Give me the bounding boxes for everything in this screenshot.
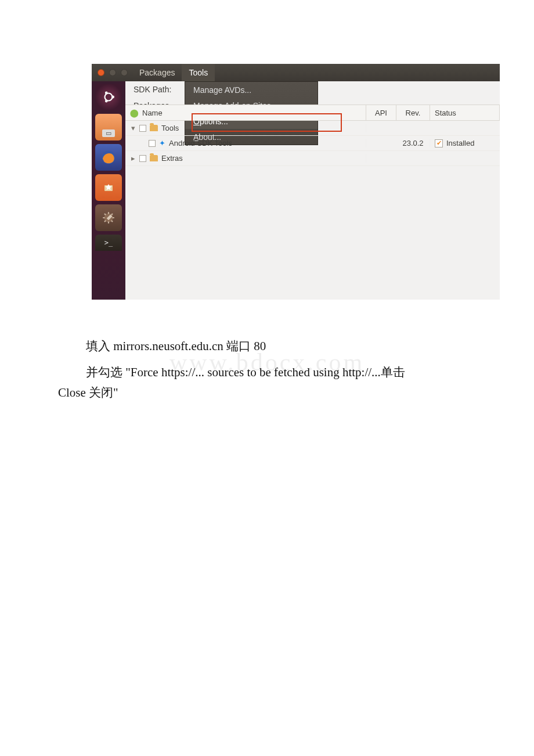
- packages-table-header: ⬤ Name API Rev. Status: [125, 105, 500, 121]
- sdk-tools-icon: ✦: [159, 139, 165, 147]
- installed-icon: ✔: [435, 139, 443, 147]
- close-icon[interactable]: [98, 69, 104, 76]
- instruction-line-2: 并勾选 "Force https://... sources to be fet…: [58, 363, 488, 382]
- table-row[interactable]: ▾ Tools: [125, 121, 500, 136]
- col-rev[interactable]: Rev.: [396, 105, 430, 120]
- sdk-manager-window: Packages Tools >_ SDK Path: Packages Man…: [92, 64, 500, 300]
- window-titlebar: Packages Tools: [92, 64, 500, 81]
- table-row[interactable]: ▸ Extras: [125, 151, 500, 166]
- checkbox[interactable]: [149, 140, 156, 147]
- menu-manage-avds[interactable]: Manage AVDs...: [185, 82, 317, 98]
- folder-icon: [150, 155, 158, 161]
- instruction-line-3: Close 关闭": [58, 383, 488, 402]
- svg-point-2: [105, 92, 108, 95]
- menu-packages[interactable]: Packages: [132, 64, 182, 81]
- minimize-icon[interactable]: [109, 69, 116, 76]
- svg-point-1: [111, 96, 114, 99]
- terminal-icon[interactable]: >_: [95, 235, 122, 251]
- packages-table: ⬤ Name API Rev. Status ▾ Tools ✦ Android…: [125, 105, 500, 166]
- checkbox[interactable]: [139, 155, 146, 162]
- maximize-icon[interactable]: [121, 69, 128, 76]
- chevron-down-icon[interactable]: ▾: [130, 124, 136, 132]
- row-sdk-tools-status: Installed: [446, 139, 474, 147]
- folder-icon: [150, 125, 158, 131]
- ubuntu-dash-icon[interactable]: [95, 84, 122, 110]
- unity-launcher: >_: [92, 81, 125, 300]
- row-extras-label: Extras: [161, 154, 183, 163]
- android-icon: ⬤: [130, 109, 139, 117]
- sdk-path-label: SDK Path:: [125, 85, 177, 94]
- row-sdk-tools-label: Android SDK Tools: [169, 139, 232, 147]
- chevron-right-icon[interactable]: ▸: [130, 154, 136, 163]
- system-settings-icon[interactable]: [95, 204, 122, 231]
- col-status[interactable]: Status: [430, 105, 500, 120]
- checkbox[interactable]: [139, 125, 146, 132]
- svg-point-0: [105, 93, 113, 101]
- files-icon[interactable]: [95, 114, 122, 141]
- ubuntu-software-icon[interactable]: [95, 174, 122, 201]
- row-tools-label: Tools: [161, 124, 179, 132]
- row-sdk-tools-rev: 23.0.2: [396, 139, 430, 147]
- svg-point-3: [105, 100, 108, 103]
- col-api[interactable]: API: [366, 105, 396, 120]
- col-name[interactable]: Name: [142, 109, 163, 117]
- table-row[interactable]: ✦ Android SDK Tools 23.0.2 ✔ Installed: [125, 136, 500, 151]
- firefox-icon[interactable]: [95, 144, 122, 171]
- menu-tools[interactable]: Tools: [182, 64, 215, 81]
- instruction-line-1: 填入 mirrors.neusoft.edu.cn 端口 80: [58, 337, 488, 356]
